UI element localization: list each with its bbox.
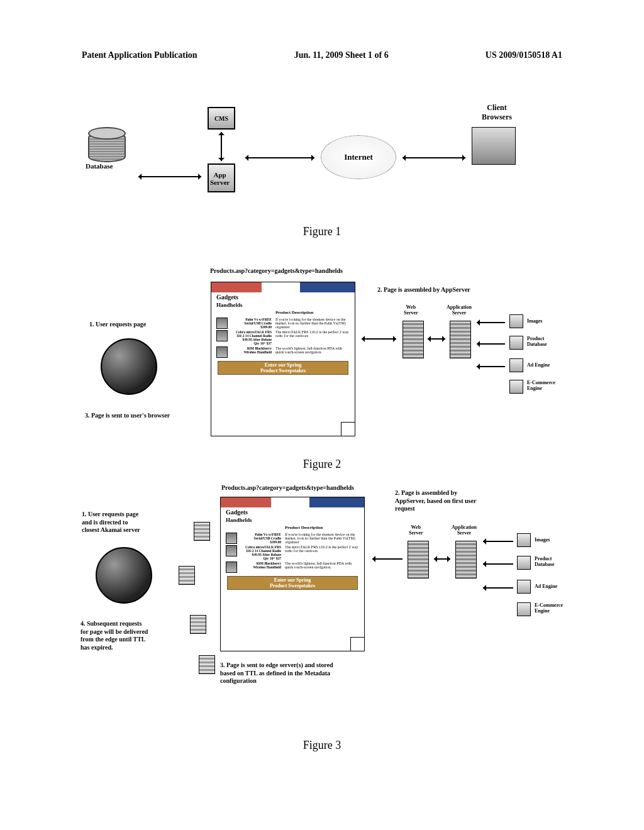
arrow-cms-app [221, 132, 222, 161]
ecom-icon [517, 602, 531, 616]
subcategory-title: Handhelds [211, 302, 355, 309]
arrow-internet-client [402, 157, 465, 158]
product-desc: If you're looking for the sleekest devic… [285, 533, 359, 544]
edge-server-icon [190, 615, 206, 634]
fig3-globe [96, 547, 152, 604]
product-row: RIM Blackberry Wireless Handheld The wor… [211, 346, 355, 358]
images-label: Images [535, 537, 550, 543]
fig2-arrow-ad [477, 366, 505, 367]
fig3-step-3: 3. Page is sent to edge server(s) and st… [220, 661, 333, 685]
desc-header: Product Description [285, 525, 323, 531]
webserver-icon [408, 541, 429, 578]
page-fold-icon [350, 637, 364, 651]
ecom-icon [509, 380, 523, 394]
database-label: Database [86, 162, 113, 170]
fig2-arrow-images [477, 322, 505, 323]
fig3-step-2: 2. Page is assembled by AppServer, based… [395, 489, 476, 513]
images-icon [517, 533, 531, 547]
page-banner: IN THE NEWS [211, 282, 355, 292]
product-meta: RIM Blackberry Wireless Handheld [231, 346, 272, 358]
webserver-icon [402, 321, 424, 358]
figure-1: Database CMS App Server Internet Client … [82, 107, 562, 214]
fig2-arrow-web-app [428, 338, 445, 340]
cloud-icon: Internet [321, 135, 396, 179]
cms-icon: CMS [208, 107, 235, 130]
product-thumb-icon [216, 330, 228, 341]
fig3-step-1: 1. User requests page and is directed to… [82, 511, 140, 534]
promo-banner: Enter our Spring Product Sweepstakes [218, 361, 348, 375]
fig2-page-panel: IN THE NEWS Gadgets Handhelds Product De… [211, 282, 355, 436]
appserver-label: App Server [210, 171, 230, 186]
fig3-arrow-page-server [372, 558, 402, 560]
internet-label: Internet [344, 152, 373, 162]
adengine-icon [509, 358, 523, 372]
fig2-arrow-pdb [477, 343, 505, 345]
header-right: US 2009/0150518 A1 [486, 50, 562, 60]
fig2-step-3: 3. Page is sent to user's browser [85, 412, 170, 420]
fig3-arrow-web-app [434, 558, 450, 560]
arrow-db-app [138, 176, 201, 177]
figure-2-caption: Figure 2 [0, 458, 644, 471]
product-meta: Cobra microTALK FRS 110-2 14 Channel Rad… [241, 545, 281, 560]
product-row: Cobra microTALK FRS 110-2 14 Channel Rad… [221, 545, 364, 561]
product-desc: The microTALK FRS 110-2 is the perfect 2… [275, 330, 350, 345]
webserver-label: Web Server [404, 304, 418, 316]
appserver2-icon [450, 321, 471, 358]
appserver3-icon [455, 541, 477, 578]
ecom-label: E-Commerce Engine [535, 602, 563, 614]
product-thumb-icon [216, 318, 228, 329]
promo-text: Enter our Spring Product Sweepstakes [260, 362, 306, 374]
figure-1-caption: Figure 1 [0, 225, 644, 238]
header-center: Jun. 11, 2009 Sheet 1 of 6 [294, 50, 389, 60]
subcategory-title: Handhelds [221, 517, 364, 524]
internet-node: Internet [321, 135, 396, 179]
fig2-url: Products.asp?category=gadgets&type=handh… [210, 267, 343, 274]
appserver2-label: Application Server [447, 304, 472, 316]
fig2-arrow-page-server [362, 338, 396, 340]
product-thumb-icon [226, 545, 237, 556]
product-thumb-icon [216, 346, 228, 358]
category-title: Gadgets [211, 292, 355, 302]
page-fold-icon [341, 422, 355, 436]
edge-server-icon [194, 522, 210, 541]
edge-server-icon [199, 655, 215, 674]
product-row: Cobra microTALK FRS 110-2 14 Channel Rad… [211, 329, 355, 346]
appserver-node: App Server [208, 163, 235, 192]
arrow-app-internet [245, 157, 314, 158]
webserver-label: Web Server [409, 524, 423, 536]
desc-header: Product Description [275, 310, 313, 316]
promo-text: Enter our Spring Product Sweepstakes [270, 577, 315, 589]
productdb-label: Product Database [527, 336, 547, 347]
client-label: Client Browsers [472, 103, 522, 122]
globe-icon [96, 547, 152, 604]
promo-banner: Enter our Spring Product Sweepstakes [227, 576, 358, 590]
page-banner: IN THE NEWS [221, 497, 364, 507]
globe-icon [101, 338, 157, 395]
product-desc: The microTALK FRS 110-2 is the perfect 2… [285, 545, 359, 560]
fig2-step-2: 2. Page is assembled by AppServer [377, 286, 470, 294]
category-title: Gadgets [221, 507, 364, 517]
product-meta: Cobra microTALK FRS 110-2 14 Channel Rad… [231, 330, 272, 345]
fig3-page-panel: IN THE NEWS Gadgets Handhelds Product De… [220, 497, 365, 651]
images-icon [509, 314, 523, 328]
cms-label: CMS [214, 115, 228, 122]
header-left: Patent Application Publication [82, 50, 197, 60]
cms-node: CMS [208, 107, 235, 130]
fig3-arrow-ad [483, 587, 513, 589]
product-row: Palm Vx w/FREE Serial/USB Cradle $399.00… [221, 532, 364, 545]
database-node: Database [88, 132, 126, 162]
product-desc: If you're looking for the sleekest devic… [275, 318, 350, 329]
fig3-url: Products.asp?category=gadgets&type=handh… [221, 484, 354, 491]
client-node: Client Browsers [472, 107, 516, 165]
appserver3-label: Application Server [452, 524, 477, 536]
product-meta: RIM Blackberry Wireless Handheld [241, 562, 281, 573]
product-row: Palm Vx w/FREE Serial/USB Cradle $399.00… [211, 317, 355, 329]
product-meta: Palm Vx w/FREE Serial/USB Cradle $399.00 [241, 533, 281, 544]
product-thumb-icon [226, 562, 237, 573]
adengine-label: Ad Engine [535, 584, 557, 589]
banner-mid: IN THE NEWS [270, 285, 296, 289]
product-row: RIM Blackberry Wireless Handheld The wor… [221, 561, 364, 573]
adengine-icon [517, 580, 531, 594]
images-label: Images [527, 318, 542, 324]
ecom-label: E-Commerce Engine [527, 380, 555, 391]
